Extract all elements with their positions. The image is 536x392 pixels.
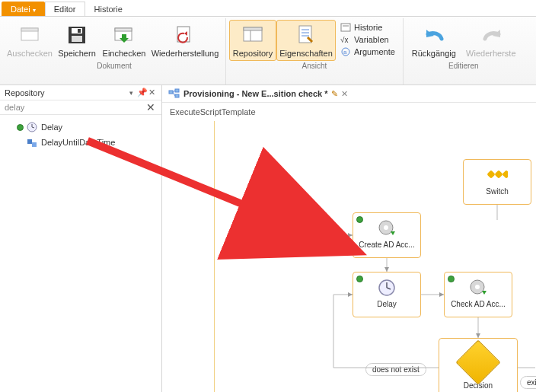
status-dot-icon [356, 216, 363, 223]
wiederherstellen-button[interactable]: Wiederherste [461, 20, 521, 61]
document-tab-title: Provisioning - New E...sition check * [183, 89, 328, 98]
redo-icon [479, 23, 503, 47]
history-icon [340, 22, 351, 33]
svg-rect-1 [21, 28, 38, 31]
repository-icon [241, 23, 265, 47]
close-tab-icon[interactable]: ✕ [341, 89, 348, 99]
switch-icon [487, 164, 508, 186]
tree-item-delay[interactable]: Delay [3, 120, 158, 135]
wiederherstellung-button[interactable]: Wiederherstellung [148, 20, 222, 61]
group-ansicht-label: Ansicht [229, 61, 400, 72]
clock-icon [376, 277, 397, 298]
breadcrumb[interactable]: ExecuteScriptTemplate [162, 103, 536, 121]
svg-point-41 [475, 285, 480, 289]
repository-button[interactable]: Repository [229, 20, 276, 61]
gear-run-icon [376, 218, 397, 239]
node-label: Check AD Acc... [451, 300, 506, 308]
argumente-item[interactable]: a Argumente [336, 46, 400, 58]
panel-title: Repository [5, 88, 129, 97]
svg-rect-26 [169, 91, 173, 94]
tree-item-label: Delay [41, 123, 62, 132]
speichern-button[interactable]: Speichern [53, 20, 100, 61]
svg-rect-25 [32, 142, 37, 147]
svg-text:√x: √x [340, 36, 349, 44]
node-delay[interactable]: Delay [353, 272, 421, 317]
save-icon [65, 23, 89, 47]
checkout-icon [18, 23, 42, 47]
svg-rect-33 [502, 170, 508, 178]
undo-icon [422, 23, 446, 47]
workflow-canvas[interactable]: Switch Create AD Acc... Delay [162, 121, 536, 392]
svg-rect-7 [115, 28, 132, 31]
search-box: ✕ [0, 100, 161, 115]
auschecken-button[interactable]: Auschecken [6, 20, 53, 61]
ribbon: Auschecken Speichern Einchecken Wiederhe… [0, 17, 536, 85]
node-label: Delay [377, 300, 397, 308]
edge-label-notexist: does not exist [365, 363, 426, 376]
clear-search-icon[interactable]: ✕ [146, 101, 155, 113]
repository-panel: Repository ▾ 📌 ✕ ✕ Delay DelayUntilDateT… [0, 85, 162, 392]
diamond-icon [455, 339, 500, 384]
svg-rect-28 [175, 94, 179, 97]
svg-point-36 [384, 225, 388, 230]
workspace: Repository ▾ 📌 ✕ ✕ Delay DelayUntilDateT… [0, 85, 536, 392]
node-label: Create AD Acc... [359, 241, 414, 249]
svg-rect-27 [175, 89, 179, 92]
node-label: Switch [486, 187, 508, 196]
svg-rect-32 [494, 170, 502, 178]
svg-text:a: a [343, 49, 347, 56]
variables-icon: √x [340, 34, 351, 45]
panel-dropdown-icon[interactable]: ▾ [129, 89, 137, 97]
properties-icon [294, 23, 318, 47]
svg-rect-31 [487, 170, 495, 178]
search-input[interactable] [5, 103, 157, 112]
pin-icon[interactable]: 📌 [137, 88, 147, 97]
tab-datei[interactable]: Datei ▾ [2, 2, 45, 16]
gear-run-icon [467, 277, 489, 298]
checkin-icon [112, 23, 136, 47]
clock-icon [26, 121, 38, 133]
status-dot-icon [356, 276, 363, 282]
status-dot-icon [17, 124, 24, 131]
variablen-item[interactable]: √x Variablen [336, 33, 400, 46]
document-tab[interactable]: Provisioning - New E...sition check * ✎ … [162, 85, 536, 103]
eigenschaften-button[interactable]: Eigenschaften [276, 20, 336, 61]
tree-item-delayuntil[interactable]: DelayUntilDateTime [3, 135, 158, 150]
guide-line [214, 121, 215, 392]
tab-strip: Datei ▾ Editor Historie [0, 0, 536, 17]
node-create-ad[interactable]: Create AD Acc... [353, 212, 421, 258]
group-dokument-label: Dokument [6, 61, 222, 72]
canvas-area: Provisioning - New E...sition check * ✎ … [162, 85, 536, 392]
einchecken-button[interactable]: Einchecken [100, 20, 148, 61]
component-icon [26, 136, 38, 148]
arguments-icon: a [340, 46, 351, 57]
svg-rect-16 [341, 24, 350, 31]
tree-item-label: DelayUntilDateTime [41, 138, 115, 147]
group-editieren-label: Editieren [407, 61, 521, 72]
rueckgaengig-button[interactable]: Rückgängig [407, 20, 461, 61]
svg-rect-4 [72, 36, 82, 42]
restore-icon [173, 23, 197, 47]
svg-rect-10 [244, 27, 262, 30]
tree: Delay DelayUntilDateTime [0, 115, 161, 155]
close-panel-icon[interactable]: ✕ [147, 88, 157, 97]
edge-label-exists: exists [520, 376, 536, 389]
svg-rect-24 [27, 139, 32, 144]
workflow-icon [168, 88, 180, 99]
status-dot-icon [448, 276, 455, 282]
node-decision[interactable]: Decision [439, 338, 518, 392]
node-switch[interactable]: Switch [463, 159, 531, 205]
historie-item[interactable]: Historie [336, 21, 400, 33]
node-check-ad[interactable]: Check AD Acc... [444, 272, 512, 317]
svg-rect-5 [78, 29, 81, 33]
tab-editor[interactable]: Editor [45, 2, 85, 16]
tab-historie[interactable]: Historie [85, 2, 132, 16]
edit-icon: ✎ [331, 89, 338, 99]
